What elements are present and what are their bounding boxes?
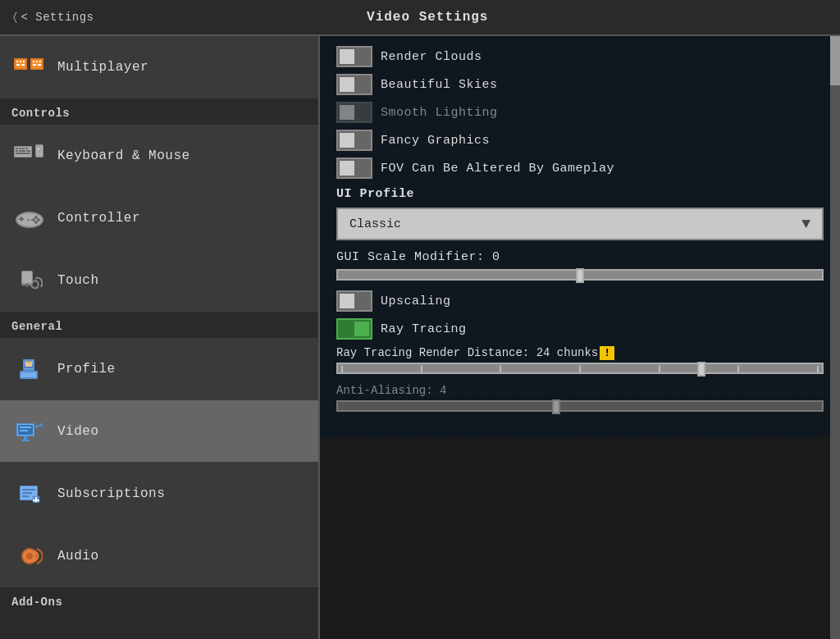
toggle-knob (340, 133, 354, 148)
svg-rect-12 (33, 64, 36, 66)
sidebar-item-video[interactable]: Video (0, 400, 318, 463)
svg-rect-62 (22, 495, 29, 497)
ui-profile-section-heading: UI Profile (336, 187, 824, 201)
right-panel: Render Clouds Beautiful Skies Smooth Lig… (320, 36, 840, 438)
ui-profile-value: Classic (349, 217, 401, 231)
smooth-lighting-row: Smooth Lighting (336, 102, 824, 123)
audio-label: Audio (57, 549, 99, 564)
controller-label: Controller (57, 211, 140, 226)
fov-gameplay-label: FOV Can Be Altered By Gameplay (381, 162, 614, 176)
multiplayer-icon (13, 51, 46, 84)
gui-scale-slider[interactable] (336, 269, 824, 281)
general-section-label: General (0, 312, 318, 338)
dropdown-arrow-icon: ▼ (801, 216, 810, 232)
toggle-knob (340, 49, 354, 64)
rt-render-distance-container: Ray Tracing Render Distance: 24 chunks! (336, 346, 824, 374)
upscaling-toggle[interactable] (336, 290, 372, 312)
svg-rect-47 (21, 372, 36, 377)
svg-rect-4 (23, 61, 25, 62)
toggle-knob (340, 77, 354, 92)
profile-icon (13, 353, 46, 386)
fov-gameplay-toggle[interactable] (336, 157, 372, 179)
subscriptions-label: Subscriptions (57, 486, 165, 501)
svg-point-32 (34, 216, 38, 219)
fancy-graphics-row: Fancy Graphics (336, 130, 824, 151)
sidebar-item-audio[interactable]: Audio (0, 525, 318, 587)
svg-rect-27 (38, 148, 39, 150)
gui-scale-slider-container: GUI Scale Modifier: 0 (336, 250, 824, 281)
ray-tracing-toggle[interactable] (336, 318, 372, 340)
profile-label: Profile (57, 362, 116, 377)
smooth-lighting-label: Smooth Lighting (381, 106, 498, 120)
back-arrow-icon: 〈 (13, 11, 18, 24)
back-button[interactable]: 〈 < Settings (13, 11, 94, 24)
svg-rect-22 (26, 150, 30, 152)
svg-rect-37 (31, 219, 34, 221)
controller-icon (13, 202, 46, 235)
beautiful-skies-toggle[interactable] (336, 74, 372, 95)
sidebar-item-keyboard-mouse[interactable]: Keyboard & Mouse (0, 125, 318, 187)
svg-rect-17 (19, 148, 21, 149)
subscriptions-icon (13, 477, 46, 510)
fancy-graphics-toggle[interactable] (336, 130, 372, 151)
audio-icon (13, 540, 46, 573)
svg-point-40 (25, 284, 29, 287)
anti-aliasing-container: Anti-Aliasing: 4 (336, 384, 824, 412)
svg-rect-21 (19, 150, 25, 152)
rt-render-distance-label: Ray Tracing Render Distance: 24 chunks! (336, 346, 824, 359)
svg-rect-3 (20, 61, 21, 62)
svg-rect-31 (19, 218, 24, 220)
svg-rect-13 (38, 64, 41, 66)
svg-rect-23 (16, 153, 30, 154)
toggle-knob (340, 161, 354, 176)
svg-rect-51 (20, 427, 31, 428)
sidebar-item-touch[interactable]: Touch (0, 249, 318, 312)
svg-rect-39 (22, 272, 32, 283)
anti-aliasing-thumb[interactable] (552, 399, 560, 414)
svg-point-34 (37, 218, 40, 221)
fancy-graphics-label: Fancy Graphics (381, 134, 490, 148)
fov-gameplay-row: FOV Can Be Altered By Gameplay (336, 157, 824, 179)
video-label: Video (57, 424, 99, 439)
svg-rect-10 (36, 61, 38, 62)
beautiful-skies-label: Beautiful Skies (381, 78, 498, 92)
title-bar: 〈 < Settings Video Settings (0, 0, 840, 36)
gui-scale-thumb[interactable] (576, 268, 584, 283)
sidebar: Multiplayer Controls (0, 36, 320, 639)
svg-rect-52 (20, 430, 28, 431)
touch-icon (13, 264, 46, 297)
render-clouds-row: Render Clouds (336, 46, 824, 67)
scrollbar[interactable] (830, 36, 840, 639)
svg-rect-18 (22, 148, 25, 149)
ui-profile-dropdown[interactable]: Classic ▼ (336, 208, 824, 240)
svg-point-35 (34, 221, 38, 224)
render-clouds-toggle[interactable] (336, 46, 372, 67)
svg-rect-5 (16, 64, 20, 66)
anti-aliasing-slider[interactable] (336, 400, 824, 412)
sidebar-item-controller[interactable]: Controller (0, 187, 318, 249)
right-panel-wrapper: Render Clouds Beautiful Skies Smooth Lig… (320, 36, 840, 639)
sidebar-item-multiplayer[interactable]: Multiplayer (0, 36, 318, 98)
page-title: Video Settings (94, 10, 761, 25)
rt-render-distance-slider[interactable] (336, 363, 824, 374)
svg-rect-11 (39, 61, 41, 62)
back-label: < Settings (21, 11, 94, 24)
svg-rect-60 (22, 489, 35, 491)
rt-render-distance-thumb[interactable] (697, 362, 705, 377)
touch-label: Touch (57, 273, 99, 288)
svg-rect-45 (26, 361, 31, 363)
gui-scale-label: GUI Scale Modifier: 0 (336, 250, 824, 264)
addons-section-label: Add-Ons (0, 587, 318, 614)
svg-rect-19 (25, 148, 28, 149)
beautiful-skies-row: Beautiful Skies (336, 74, 824, 95)
scrollbar-thumb[interactable] (830, 36, 840, 85)
svg-rect-6 (21, 64, 25, 66)
keyboard-mouse-icon (13, 139, 46, 172)
svg-point-69 (26, 553, 33, 559)
sidebar-item-subscriptions[interactable]: Subscriptions (0, 463, 318, 525)
main-layout: Multiplayer Controls (0, 36, 840, 639)
anti-aliasing-label: Anti-Aliasing: 4 (336, 384, 824, 397)
svg-rect-61 (22, 492, 32, 494)
svg-rect-2 (16, 61, 18, 62)
sidebar-item-profile[interactable]: Profile (0, 338, 318, 400)
